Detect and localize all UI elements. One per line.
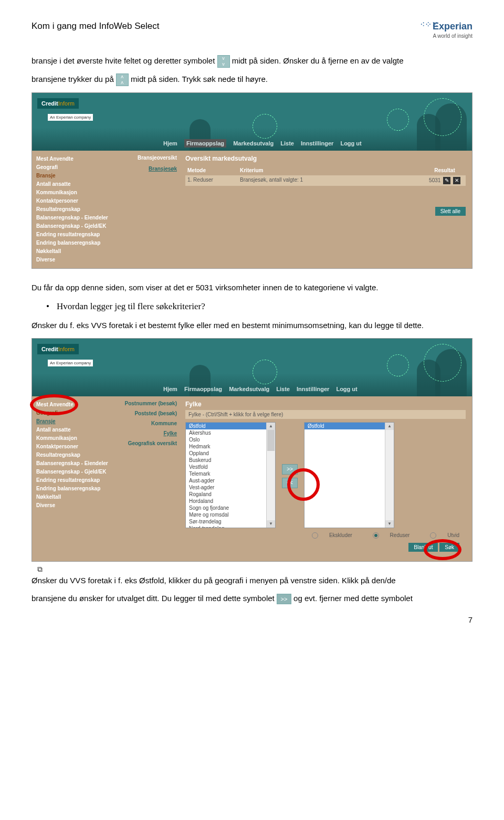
list-item[interactable]: Oslo <box>186 436 275 443</box>
sidebar-item[interactable]: Resultatregnskap <box>36 205 110 213</box>
app-header: CreditInform An Experian company Hjem Fi… <box>32 93 472 151</box>
window-restore-icon[interactable]: ⧉ <box>37 565 43 574</box>
sidebar-item[interactable]: Kontaktpersoner <box>36 443 110 450</box>
list-item[interactable]: Rogaland <box>186 491 275 498</box>
clear-all-button[interactable]: Slett alle <box>435 207 466 216</box>
sidebar-item[interactable]: Endring resultatregnskap <box>36 230 110 238</box>
scroll-up-icon[interactable]: ▲ <box>385 423 394 430</box>
radio-ekskluder[interactable] <box>312 532 318 539</box>
scrollbar[interactable]: ▲ ▼ <box>266 423 275 528</box>
list-item[interactable]: Hedmark <box>186 443 275 450</box>
sidebar-item[interactable]: Diverse <box>36 256 110 264</box>
sidebar-item[interactable]: Nøkkeltall <box>36 493 110 501</box>
list-item[interactable]: Buskerud <box>186 457 275 464</box>
nav-innstillinger[interactable]: Innstillinger <box>301 140 333 146</box>
sidebar-item[interactable]: Endring balanseregnskap <box>36 239 110 247</box>
list-item[interactable]: Aust-agder <box>186 477 275 484</box>
list-item[interactable]: Møre og romsdal <box>186 511 275 518</box>
nav-innstillinger[interactable]: Innstillinger <box>297 386 329 392</box>
list-item[interactable]: Østfold <box>186 423 275 429</box>
sidebar-item[interactable]: Bransje <box>36 417 110 425</box>
nav-firmaoppslag[interactable]: Firmaoppslag <box>184 139 226 148</box>
scrollbar[interactable]: ▲ ▼ <box>385 423 394 528</box>
nav-hjem[interactable]: Hjem <box>163 386 177 392</box>
screenshot-2: CreditInform An Experian company Hjem Fi… <box>32 338 472 562</box>
fylke-title: Fylke <box>185 401 466 408</box>
nav-liste[interactable]: Liste <box>280 140 294 146</box>
list-item[interactable]: Nord-trøndelag <box>186 525 275 528</box>
sidebar-item[interactable]: Balanseregnskap - Eiendeler <box>36 214 110 222</box>
logo-dots-icon: ⁖⁘⁙ <box>420 23 430 33</box>
nav-loggut[interactable]: Logg ut <box>336 386 357 392</box>
edit-icon[interactable]: ✎ <box>443 177 450 184</box>
nav-markedsutvalg[interactable]: Markedsutvalg <box>229 386 269 392</box>
radio-reduser[interactable] <box>373 532 379 539</box>
sidebar-item[interactable]: Geografi <box>36 163 110 171</box>
scroll-down-icon[interactable]: ▼ <box>385 520 394 528</box>
sidebar-item[interactable]: Resultatregnskap <box>36 451 110 459</box>
nav-liste[interactable]: Liste <box>276 386 290 392</box>
nav-loggut[interactable]: Logg ut <box>340 140 361 146</box>
sidebar-item[interactable]: Kontaktpersoner <box>36 197 110 205</box>
mid-link[interactable]: Poststed (besøk) <box>118 411 181 416</box>
list-item[interactable]: Sogn og fjordane <box>186 504 275 511</box>
list-item[interactable]: Østfold <box>304 423 394 429</box>
annotation-circle-icon <box>287 468 320 501</box>
scroll-up-icon[interactable]: ▲ <box>267 423 275 430</box>
intro-paragraph-2: bransjene trykker du på ʌʌ midt på siden… <box>32 73 472 86</box>
sidebar-item[interactable]: Kommunikasjon <box>36 188 110 196</box>
para-after-mock2-1: Ønsker du VVS foretak i f. eks Østfold, … <box>32 574 472 587</box>
sidebar-item[interactable]: Antall ansatte <box>36 426 110 434</box>
fylke-panel: Fylke Fylke - (Ctrl/Shift + klikk for å … <box>185 396 472 561</box>
list-item[interactable]: Hordaland <box>186 498 275 504</box>
annotation-circle-icon <box>424 539 461 560</box>
sidebar-item[interactable]: Kommunikasjon <box>36 434 110 442</box>
sidebar-item[interactable]: Mest Anvendte <box>36 155 110 163</box>
nav-markedsutvalg[interactable]: Markedsutvalg <box>233 140 274 146</box>
fylke-selected-listbox[interactable]: Østfold ▲ ▼ <box>304 422 394 528</box>
mid-link-fylke[interactable]: Fylke <box>118 430 181 436</box>
radio-utvid[interactable] <box>430 532 436 539</box>
move-up-icon: ʌʌ <box>116 73 129 86</box>
list-item[interactable]: Telemark <box>186 470 275 477</box>
delete-icon[interactable]: ✕ <box>453 177 460 184</box>
screenshot-1: CreditInform An Experian company Hjem Fi… <box>32 92 472 269</box>
sidebar-item[interactable]: Antall ansatte <box>36 180 110 188</box>
nav-firmaoppslag[interactable]: Firmaoppslag <box>184 386 222 392</box>
sidebar-item[interactable]: Balanseregnskap - Eiendeler <box>36 459 110 467</box>
mid-link[interactable]: Kommune <box>118 420 181 426</box>
fylke-available-listbox[interactable]: Østfold Akershus Oslo Hedmark Oppland Bu… <box>185 422 276 528</box>
sidebar-item[interactable]: Balanseregnskap - Gjeld/EK <box>36 468 110 476</box>
list-item[interactable]: Vest-agder <box>186 484 275 491</box>
scroll-thumb[interactable] <box>267 430 275 451</box>
list-item[interactable]: Vestfold <box>186 464 275 470</box>
main-nav: Hjem Firmaoppslag Markedsutvalg Liste In… <box>163 140 367 146</box>
mid-heading: Bransjeoversikt <box>118 155 181 161</box>
list-item[interactable]: Oppland <box>186 450 275 457</box>
annotation-circle-icon <box>30 394 78 415</box>
mid-link-bransjesok[interactable]: Bransjesøk <box>118 166 181 172</box>
para-vvs: Ønsker du f. eks VVS foretak i et bestem… <box>32 319 472 332</box>
list-item[interactable]: Sør-trøndelag <box>186 518 275 525</box>
sidebar-item[interactable]: Balanseregnskap - Gjeld/EK <box>36 222 110 230</box>
app-header: CreditInform An Experian company Hjem Fi… <box>32 339 472 396</box>
sidebar-item[interactable]: Diverse <box>36 501 110 509</box>
list-item[interactable]: Akershus <box>186 429 275 436</box>
sidebar-item[interactable]: Endring balanseregnskap <box>36 485 110 492</box>
creditinform-logo: CreditInform <box>37 98 79 109</box>
scroll-down-icon[interactable]: ▼ <box>267 520 275 528</box>
sidebar-item[interactable]: Endring resultatregnskap <box>36 476 110 484</box>
sidebar-item-active[interactable]: Bransje <box>36 172 110 180</box>
mid-link[interactable]: Geografisk oversikt <box>118 440 181 446</box>
mid-column: Postnummer (besøk) Poststed (besøk) Komm… <box>114 396 185 561</box>
main-panel: Oversikt markedsutvalg Metode Kriterium … <box>185 151 472 268</box>
radio-row: Ekskluder Reduser Utvid <box>185 528 466 543</box>
nav-hjem[interactable]: Hjem <box>163 140 177 146</box>
add-icon: >> <box>277 594 291 604</box>
heading-question: Hvordan legger jeg til flere søkekriteri… <box>58 299 472 313</box>
table-row: 1. Reduser Bransjesøk, antall valgte: 1 … <box>185 175 466 186</box>
sidebar-item[interactable]: Nøkkeltall <box>36 247 110 255</box>
mid-column: Bransjeoversikt Bransjesøk <box>114 151 185 268</box>
mid-link[interactable]: Postnummer (besøk) <box>118 401 181 406</box>
creditinform-logo: CreditInform <box>37 344 79 354</box>
